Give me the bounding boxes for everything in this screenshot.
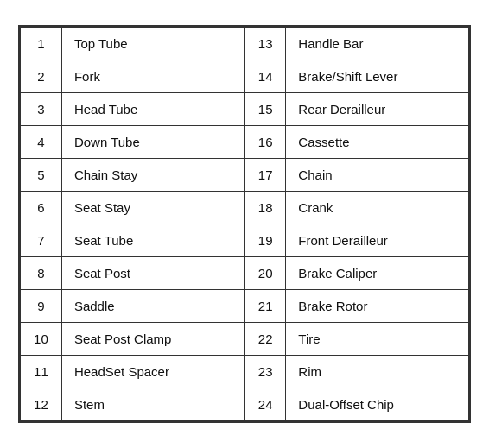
right-label-cell: Rim — [286, 356, 469, 388]
left-label-cell: Fork — [61, 60, 244, 93]
left-number-cell: 11 — [21, 356, 62, 388]
left-label-cell: Top Tube — [61, 28, 244, 60]
left-label-cell: Down Tube — [61, 126, 244, 159]
right-number-cell: 15 — [244, 93, 286, 126]
left-label-cell: Seat Post — [61, 257, 244, 290]
table-row: 1Top Tube13Handle Bar — [21, 28, 469, 60]
right-number-cell: 14 — [244, 60, 286, 93]
table-row: 7Seat Tube19Front Derailleur — [21, 224, 469, 257]
right-label-cell: Brake/Shift Lever — [286, 60, 469, 93]
right-number-cell: 13 — [244, 28, 286, 60]
table-row: 12Stem24Dual-Offset Chip — [21, 388, 469, 421]
right-number-cell: 22 — [244, 323, 286, 356]
right-label-cell: Chain — [286, 159, 469, 192]
table-row: 11HeadSet Spacer23Rim — [21, 356, 469, 388]
left-label-cell: Head Tube — [61, 93, 244, 126]
right-number-cell: 23 — [244, 356, 286, 388]
left-number-cell: 8 — [21, 257, 62, 290]
right-label-cell: Cassette — [286, 126, 469, 159]
table-row: 10Seat Post Clamp22Tire — [21, 323, 469, 356]
left-label-cell: Chain Stay — [61, 159, 244, 192]
right-number-cell: 20 — [244, 257, 286, 290]
left-number-cell: 6 — [21, 192, 62, 224]
right-number-cell: 16 — [244, 126, 286, 159]
left-number-cell: 2 — [21, 60, 62, 93]
left-label-cell: Seat Stay — [61, 192, 244, 224]
left-number-cell: 7 — [21, 224, 62, 257]
left-label-cell: Seat Tube — [61, 224, 244, 257]
left-label-cell: HeadSet Spacer — [61, 356, 244, 388]
right-label-cell: Tire — [286, 323, 469, 356]
right-label-cell: Rear Derailleur — [286, 93, 469, 126]
parts-table-container: 1Top Tube13Handle Bar2Fork14Brake/Shift … — [18, 25, 471, 423]
table-row: 9Saddle21Brake Rotor — [21, 290, 469, 323]
right-number-cell: 24 — [244, 388, 286, 421]
right-label-cell: Crank — [286, 192, 469, 224]
table-row: 8Seat Post20Brake Caliper — [21, 257, 469, 290]
left-number-cell: 3 — [21, 93, 62, 126]
table-row: 2Fork14Brake/Shift Lever — [21, 60, 469, 93]
right-label-cell: Front Derailleur — [286, 224, 469, 257]
left-label-cell: Seat Post Clamp — [61, 323, 244, 356]
left-number-cell: 1 — [21, 28, 62, 60]
parts-table: 1Top Tube13Handle Bar2Fork14Brake/Shift … — [20, 27, 469, 421]
left-number-cell: 10 — [21, 323, 62, 356]
right-label-cell: Handle Bar — [286, 28, 469, 60]
right-label-cell: Brake Caliper — [286, 257, 469, 290]
right-label-cell: Brake Rotor — [286, 290, 469, 323]
right-label-cell: Dual-Offset Chip — [286, 388, 469, 421]
left-number-cell: 4 — [21, 126, 62, 159]
right-number-cell: 19 — [244, 224, 286, 257]
table-row: 4Down Tube16Cassette — [21, 126, 469, 159]
left-number-cell: 12 — [21, 388, 62, 421]
left-label-cell: Saddle — [61, 290, 244, 323]
left-number-cell: 5 — [21, 159, 62, 192]
left-label-cell: Stem — [61, 388, 244, 421]
table-row: 6Seat Stay18Crank — [21, 192, 469, 224]
table-row: 5Chain Stay17Chain — [21, 159, 469, 192]
right-number-cell: 18 — [244, 192, 286, 224]
table-row: 3Head Tube15Rear Derailleur — [21, 93, 469, 126]
right-number-cell: 17 — [244, 159, 286, 192]
left-number-cell: 9 — [21, 290, 62, 323]
right-number-cell: 21 — [244, 290, 286, 323]
